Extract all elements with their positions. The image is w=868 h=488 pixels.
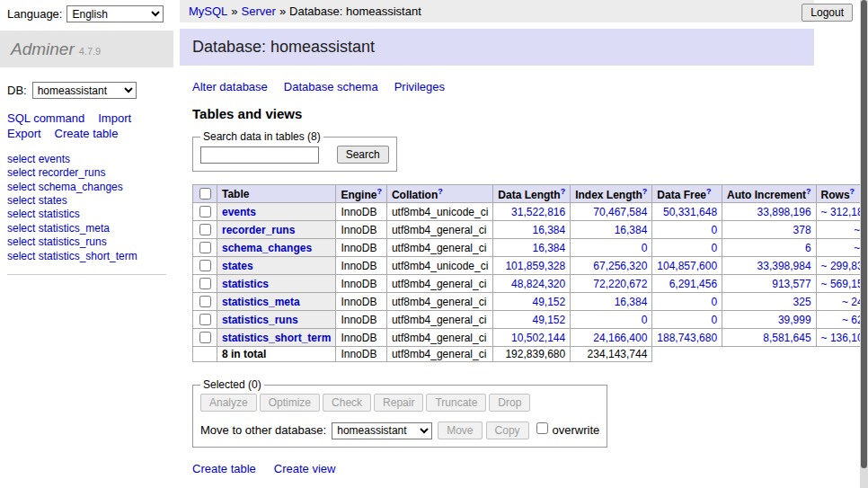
- data-length-link[interactable]: 31,522,816: [511, 206, 565, 218]
- index-length-link[interactable]: 0: [642, 242, 648, 254]
- search-button[interactable]: Search: [337, 146, 389, 164]
- data-free-link[interactable]: 0: [711, 224, 717, 236]
- sidebar-table-link[interactable]: select statistics_meta: [7, 222, 166, 235]
- sidebar-table-link[interactable]: select schema_changes: [7, 181, 166, 194]
- auto-increment-link[interactable]: 33,398,984: [757, 260, 811, 272]
- repair-button[interactable]: Repair: [374, 394, 423, 412]
- help-icon[interactable]: ?: [376, 187, 382, 196]
- row-checkbox[interactable]: [199, 242, 211, 253]
- analyze-button[interactable]: Analyze: [200, 394, 257, 412]
- table-name-link[interactable]: statistics: [222, 278, 269, 290]
- index-length-link[interactable]: 0: [642, 314, 648, 326]
- data-length-link[interactable]: 49,152: [532, 296, 565, 308]
- language-select[interactable]: English: [66, 5, 164, 22]
- data-length-link[interactable]: 101,859,328: [505, 260, 565, 272]
- check-button[interactable]: Check: [323, 394, 371, 412]
- table-name-link[interactable]: statistics_runs: [222, 314, 298, 326]
- auto-increment-link[interactable]: 8,581,645: [763, 332, 810, 344]
- sidebar-table-link[interactable]: select statistics_runs: [7, 235, 166, 249]
- table-name-link[interactable]: recorder_runs: [222, 224, 295, 236]
- index-length-link[interactable]: 24,166,400: [593, 332, 647, 344]
- auto-increment-cell: 39,999: [722, 311, 817, 329]
- create-link[interactable]: Create table: [192, 462, 256, 475]
- index-length-link[interactable]: 16,384: [615, 296, 648, 308]
- data-free-link[interactable]: 6,291,456: [669, 278, 717, 290]
- help-link[interactable]: ?: [561, 187, 566, 196]
- row-checkbox[interactable]: [199, 314, 211, 325]
- row-checkbox[interactable]: [199, 206, 211, 217]
- help-link[interactable]: ?: [642, 187, 648, 196]
- db-select[interactable]: homeassistant: [32, 82, 137, 99]
- breadcrumb-link-mysql[interactable]: MySQL: [189, 4, 227, 18]
- help-link[interactable]: ?: [706, 187, 712, 196]
- drop-button[interactable]: Drop: [489, 394, 530, 412]
- sidebar-table-link[interactable]: select recorder_runs: [7, 166, 166, 180]
- help-link[interactable]: ?: [438, 187, 443, 196]
- data-free-link[interactable]: 188,743,680: [657, 332, 717, 344]
- row-checkbox[interactable]: [199, 224, 211, 235]
- move-button[interactable]: Move: [438, 421, 482, 439]
- row-checkbox[interactable]: [199, 278, 211, 289]
- data-length-link[interactable]: 10,502,144: [511, 332, 565, 344]
- data-length-link[interactable]: 49,152: [532, 314, 565, 326]
- sidebar-table-link[interactable]: select states: [7, 194, 166, 208]
- auto-increment-link[interactable]: 33,898,196: [757, 206, 811, 218]
- row-checkbox[interactable]: [199, 296, 211, 307]
- db-action-link[interactable]: Privileges: [394, 80, 445, 93]
- help-link[interactable]: ?: [806, 187, 811, 196]
- sidebar-table-link[interactable]: select statistics: [7, 208, 166, 221]
- help-link[interactable]: ?: [376, 187, 382, 196]
- data-free-link[interactable]: 104,857,600: [657, 260, 717, 272]
- sidebar-link[interactable]: SQL command: [7, 111, 84, 125]
- data-length-link[interactable]: 48,824,320: [511, 278, 565, 290]
- help-icon[interactable]: ?: [706, 187, 712, 196]
- index-length-link[interactable]: 72,220,672: [593, 278, 647, 290]
- scrollbar-thumb[interactable]: [861, 0, 867, 468]
- breadcrumb-link-server[interactable]: Server: [242, 4, 276, 18]
- help-link[interactable]: ?: [850, 187, 855, 196]
- data-free-link[interactable]: 50,331,648: [663, 206, 717, 218]
- table-name-link[interactable]: events: [222, 206, 256, 218]
- copy-button[interactable]: Copy: [486, 421, 529, 439]
- sidebar-table-link[interactable]: select statistics_short_term: [7, 250, 166, 263]
- row-checkbox[interactable]: [199, 260, 211, 271]
- auto-increment-link[interactable]: 378: [793, 224, 811, 236]
- sidebar-link[interactable]: Export: [7, 127, 41, 140]
- table-name-link[interactable]: states: [222, 260, 253, 272]
- auto-increment-link[interactable]: 39,999: [778, 314, 811, 326]
- data-free-link[interactable]: 0: [711, 296, 717, 308]
- row-checkbox[interactable]: [199, 332, 211, 343]
- move-db-select[interactable]: homeassistant: [332, 422, 432, 439]
- auto-increment-link[interactable]: 913,577: [772, 278, 810, 290]
- db-action-link[interactable]: Alter database: [192, 80, 268, 93]
- auto-increment-link[interactable]: 6: [805, 242, 811, 254]
- overwrite-checkbox[interactable]: [536, 422, 548, 434]
- sidebar-link[interactable]: Create table: [55, 127, 119, 140]
- help-icon[interactable]: ?: [642, 187, 648, 196]
- data-length-link[interactable]: 16,384: [532, 242, 565, 254]
- help-icon[interactable]: ?: [850, 187, 855, 196]
- sidebar-link[interactable]: Import: [98, 111, 131, 125]
- search-input[interactable]: [200, 146, 319, 164]
- vertical-scrollbar[interactable]: [860, 0, 868, 488]
- truncate-button[interactable]: Truncate: [426, 394, 486, 412]
- index-length-link[interactable]: 16,384: [615, 224, 648, 236]
- table-name-link[interactable]: statistics_meta: [222, 296, 300, 308]
- db-action-link[interactable]: Database schema: [284, 80, 378, 93]
- sidebar-table-link[interactable]: select events: [7, 153, 166, 166]
- optimize-button[interactable]: Optimize: [260, 394, 320, 412]
- help-icon[interactable]: ?: [806, 187, 811, 196]
- select-all-checkbox[interactable]: [199, 188, 211, 200]
- index-length-link[interactable]: 67,256,320: [593, 260, 647, 272]
- create-link[interactable]: Create view: [274, 462, 336, 475]
- help-icon[interactable]: ?: [561, 187, 566, 196]
- table-name-link[interactable]: schema_changes: [222, 242, 312, 254]
- help-icon[interactable]: ?: [438, 187, 443, 196]
- index-length-link[interactable]: 70,467,584: [593, 206, 647, 218]
- data-free-link[interactable]: 0: [711, 314, 717, 326]
- table-name-link[interactable]: statistics_short_term: [222, 332, 331, 344]
- data-length-link[interactable]: 16,384: [532, 224, 565, 236]
- logout-button[interactable]: Logout: [802, 4, 853, 22]
- auto-increment-link[interactable]: 325: [793, 296, 811, 308]
- data-free-link[interactable]: 0: [711, 242, 717, 254]
